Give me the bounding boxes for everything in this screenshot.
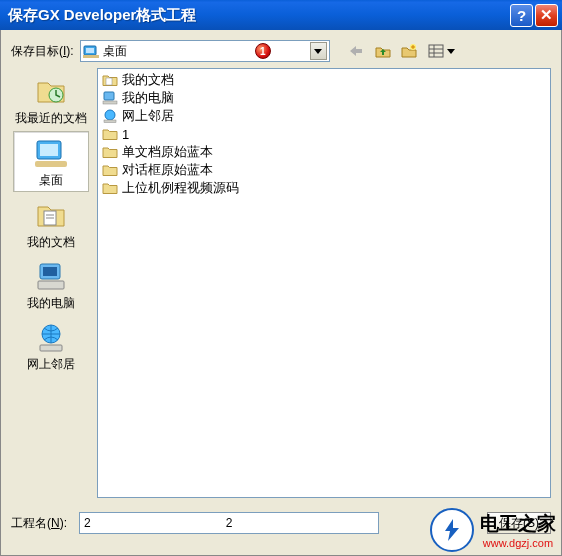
project-name-field-wrap: 2 bbox=[79, 512, 379, 534]
help-button[interactable]: ? bbox=[510, 4, 533, 27]
list-item[interactable]: 1 bbox=[102, 125, 546, 143]
list-item-label: 上位机例程视频源码 bbox=[122, 179, 239, 197]
list-item[interactable]: 网上邻居 bbox=[102, 107, 546, 125]
places-item-label: 我最近的文档 bbox=[15, 110, 87, 127]
close-button[interactable]: ✕ bbox=[535, 4, 558, 27]
list-item[interactable]: 单文档原始蓝本 bbox=[102, 143, 546, 161]
views-button[interactable] bbox=[424, 40, 458, 62]
list-item-label: 我的文档 bbox=[122, 71, 174, 89]
watermark-logo-icon bbox=[430, 508, 474, 552]
up-folder-button[interactable] bbox=[372, 40, 394, 62]
places-item-network[interactable]: 网上邻居 bbox=[13, 316, 89, 375]
places-item-mydocs[interactable]: 我的文档 bbox=[13, 194, 89, 253]
annotation-marker-2: 2 bbox=[226, 516, 233, 530]
watermark: 电工之家 www.dgzj.com bbox=[430, 508, 556, 552]
svg-rect-16 bbox=[43, 267, 57, 276]
places-item-label: 网上邻居 bbox=[27, 356, 75, 373]
svg-rect-11 bbox=[35, 161, 67, 167]
places-item-recent[interactable]: 我最近的文档 bbox=[13, 70, 89, 129]
recent-docs-icon bbox=[33, 74, 69, 108]
list-item[interactable]: 我的文档 bbox=[102, 71, 546, 89]
places-item-label: 我的文档 bbox=[27, 234, 75, 251]
svg-rect-22 bbox=[103, 101, 117, 104]
location-value: 桌面 bbox=[103, 43, 255, 60]
svg-point-23 bbox=[105, 110, 115, 120]
annotation-marker-1: 1 bbox=[255, 43, 271, 59]
location-combo[interactable]: 桌面 1 bbox=[80, 40, 330, 62]
dialog-client: 保存目标(I): 桌面 1 bbox=[0, 30, 562, 556]
mycomp-icon bbox=[33, 259, 69, 293]
list-item-label: 单文档原始蓝本 bbox=[122, 143, 213, 161]
desktop-icon bbox=[83, 43, 99, 59]
svg-rect-4 bbox=[429, 45, 443, 57]
svg-rect-19 bbox=[40, 345, 62, 351]
places-item-label: 桌面 bbox=[39, 172, 63, 189]
network-icon bbox=[102, 109, 118, 123]
location-row: 保存目标(I): 桌面 1 bbox=[11, 40, 551, 62]
toolbar-buttons bbox=[346, 40, 458, 62]
places-item-label: 我的电脑 bbox=[27, 295, 75, 312]
mycomp-icon bbox=[102, 91, 118, 105]
svg-rect-10 bbox=[40, 144, 58, 156]
places-item-mycomp[interactable]: 我的电脑 bbox=[13, 255, 89, 314]
mydocs-icon bbox=[33, 198, 69, 232]
folder-icon bbox=[102, 181, 118, 195]
places-bar: 我最近的文档 桌面 我的文档 我的电脑 bbox=[11, 68, 91, 498]
location-label: 保存目标(I): bbox=[11, 43, 74, 60]
folder-icon bbox=[102, 127, 118, 141]
list-item[interactable]: 对话框原始蓝本 bbox=[102, 161, 546, 179]
chevron-down-icon bbox=[314, 49, 322, 54]
window-title: 保存GX Developer格式工程 bbox=[8, 6, 508, 25]
list-item[interactable]: 上位机例程视频源码 bbox=[102, 179, 546, 197]
location-dropdown-button[interactable] bbox=[310, 42, 327, 60]
desktop-icon bbox=[33, 136, 69, 170]
svg-rect-24 bbox=[104, 120, 116, 123]
back-button[interactable] bbox=[346, 40, 368, 62]
main-area: 我最近的文档 桌面 我的文档 我的电脑 bbox=[11, 68, 551, 498]
new-folder-button[interactable] bbox=[398, 40, 420, 62]
mydocs-icon bbox=[102, 73, 118, 87]
svg-rect-1 bbox=[86, 48, 94, 53]
folder-icon bbox=[102, 145, 118, 159]
svg-rect-2 bbox=[83, 55, 99, 58]
chevron-down-icon bbox=[447, 49, 455, 54]
folder-icon bbox=[102, 163, 118, 177]
project-name-label: 工程名(N): bbox=[11, 515, 67, 532]
network-icon bbox=[33, 320, 69, 354]
titlebar: 保存GX Developer格式工程 ? ✕ bbox=[0, 0, 562, 30]
list-item-label: 对话框原始蓝本 bbox=[122, 161, 213, 179]
list-item-label: 我的电脑 bbox=[122, 89, 174, 107]
file-list[interactable]: 我的文档 我的电脑 网上邻居 1 单文档原始蓝本 对话框原始蓝本 bbox=[97, 68, 551, 498]
list-item-label: 1 bbox=[122, 127, 129, 142]
list-item-label: 网上邻居 bbox=[122, 107, 174, 125]
list-item[interactable]: 我的电脑 bbox=[102, 89, 546, 107]
svg-rect-17 bbox=[38, 281, 64, 289]
svg-rect-20 bbox=[106, 78, 112, 85]
places-item-desktop[interactable]: 桌面 bbox=[13, 131, 89, 192]
watermark-text: 电工之家 www.dgzj.com bbox=[480, 511, 556, 549]
svg-rect-21 bbox=[104, 92, 114, 100]
